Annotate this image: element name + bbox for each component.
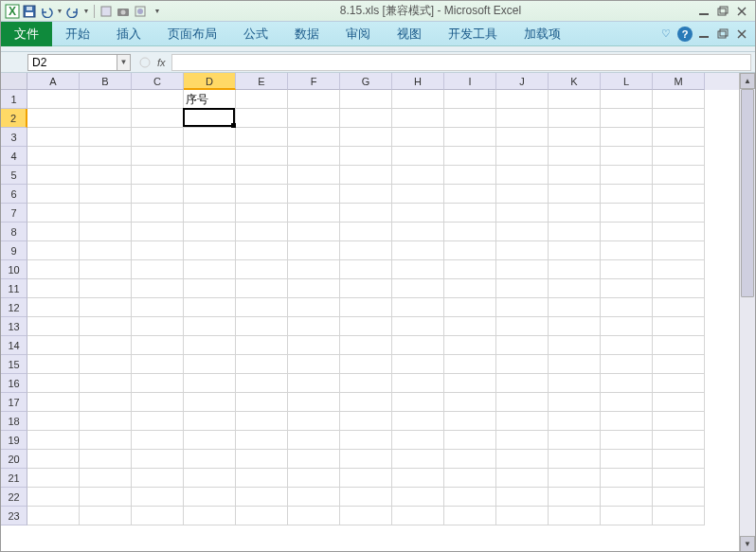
- cell-M11[interactable]: [653, 279, 705, 298]
- cell-G10[interactable]: [340, 260, 392, 279]
- cell-K7[interactable]: [549, 204, 601, 223]
- cell-G17[interactable]: [340, 393, 392, 412]
- cell-E1[interactable]: [236, 90, 288, 109]
- row-header-1[interactable]: 1: [1, 90, 27, 109]
- cell-G16[interactable]: [340, 374, 392, 393]
- restore-icon[interactable]: [715, 4, 730, 19]
- cell-H4[interactable]: [392, 147, 444, 166]
- cell-B12[interactable]: [80, 298, 132, 317]
- cell-F19[interactable]: [288, 431, 340, 450]
- cell-H23[interactable]: [392, 507, 444, 525]
- cell-H10[interactable]: [392, 260, 444, 279]
- cell-M18[interactable]: [653, 412, 705, 431]
- column-header-F[interactable]: F: [288, 73, 340, 90]
- cell-G23[interactable]: [340, 507, 392, 525]
- cell-F4[interactable]: [288, 147, 340, 166]
- cell-H13[interactable]: [392, 317, 444, 336]
- cell-F2[interactable]: [288, 109, 340, 128]
- cell-C9[interactable]: [132, 241, 184, 260]
- cell-G2[interactable]: [340, 109, 392, 128]
- cell-J17[interactable]: [496, 393, 549, 412]
- cell-A1[interactable]: [27, 90, 80, 109]
- cell-M16[interactable]: [653, 374, 705, 393]
- cell-C4[interactable]: [132, 147, 184, 166]
- cell-E8[interactable]: [236, 223, 288, 241]
- cancel-formula-icon[interactable]: [135, 54, 155, 71]
- column-header-J[interactable]: J: [496, 73, 549, 90]
- cell-D3[interactable]: [184, 128, 236, 147]
- workbook-restore-icon[interactable]: [715, 27, 730, 42]
- column-header-K[interactable]: K: [549, 73, 601, 90]
- cell-G4[interactable]: [340, 147, 392, 166]
- row-header-14[interactable]: 14: [1, 336, 27, 355]
- cell-F8[interactable]: [288, 223, 340, 241]
- cell-F9[interactable]: [288, 241, 340, 260]
- cell-I21[interactable]: [444, 469, 496, 488]
- cell-M6[interactable]: [653, 185, 705, 204]
- cell-F15[interactable]: [288, 355, 340, 374]
- column-header-B[interactable]: B: [80, 73, 132, 90]
- cell-D11[interactable]: [184, 279, 236, 298]
- cell-H1[interactable]: [392, 90, 444, 109]
- cell-L7[interactable]: [601, 204, 653, 223]
- cell-A3[interactable]: [27, 128, 80, 147]
- cell-F16[interactable]: [288, 374, 340, 393]
- cell-G3[interactable]: [340, 128, 392, 147]
- cell-H21[interactable]: [392, 469, 444, 488]
- cell-D20[interactable]: [184, 450, 236, 469]
- cell-M8[interactable]: [653, 223, 705, 241]
- cell-E20[interactable]: [236, 450, 288, 469]
- cell-K12[interactable]: [549, 298, 601, 317]
- cell-C12[interactable]: [132, 298, 184, 317]
- scroll-up-icon[interactable]: ▲: [740, 73, 755, 89]
- row-header-15[interactable]: 15: [1, 355, 27, 374]
- cell-J12[interactable]: [496, 298, 549, 317]
- cell-G21[interactable]: [340, 469, 392, 488]
- cell-F11[interactable]: [288, 279, 340, 298]
- cell-A23[interactable]: [27, 507, 80, 525]
- cell-M15[interactable]: [653, 355, 705, 374]
- cell-G22[interactable]: [340, 488, 392, 507]
- cell-K6[interactable]: [549, 185, 601, 204]
- cell-L18[interactable]: [601, 412, 653, 431]
- select-all-button[interactable]: [1, 73, 27, 90]
- row-header-12[interactable]: 12: [1, 298, 27, 317]
- cell-E13[interactable]: [236, 317, 288, 336]
- cell-D16[interactable]: [184, 374, 236, 393]
- cell-H11[interactable]: [392, 279, 444, 298]
- tab-pagelayout[interactable]: 页面布局: [154, 22, 230, 46]
- cell-K21[interactable]: [549, 469, 601, 488]
- name-box[interactable]: D2: [27, 54, 117, 71]
- cell-E18[interactable]: [236, 412, 288, 431]
- cell-B16[interactable]: [80, 374, 132, 393]
- cell-F12[interactable]: [288, 298, 340, 317]
- cell-A19[interactable]: [27, 431, 80, 450]
- column-header-E[interactable]: E: [236, 73, 288, 90]
- cell-H22[interactable]: [392, 488, 444, 507]
- cell-D21[interactable]: [184, 469, 236, 488]
- cell-F7[interactable]: [288, 204, 340, 223]
- cell-G14[interactable]: [340, 336, 392, 355]
- cell-H9[interactable]: [392, 241, 444, 260]
- cell-K23[interactable]: [549, 507, 601, 525]
- row-header-23[interactable]: 23: [1, 507, 27, 525]
- tab-view[interactable]: 视图: [384, 22, 435, 46]
- cell-F23[interactable]: [288, 507, 340, 525]
- column-header-A[interactable]: A: [27, 73, 80, 90]
- cell-J13[interactable]: [496, 317, 549, 336]
- cell-I6[interactable]: [444, 185, 496, 204]
- cell-C21[interactable]: [132, 469, 184, 488]
- cell-F3[interactable]: [288, 128, 340, 147]
- formula-input[interactable]: [171, 54, 751, 71]
- cell-H15[interactable]: [392, 355, 444, 374]
- cell-I7[interactable]: [444, 204, 496, 223]
- cell-G8[interactable]: [340, 223, 392, 241]
- cell-A8[interactable]: [27, 223, 80, 241]
- undo-dropdown-icon[interactable]: ▼: [56, 4, 63, 19]
- cell-D19[interactable]: [184, 431, 236, 450]
- cell-H14[interactable]: [392, 336, 444, 355]
- cell-F22[interactable]: [288, 488, 340, 507]
- cell-C11[interactable]: [132, 279, 184, 298]
- cell-A17[interactable]: [27, 393, 80, 412]
- tab-insert[interactable]: 插入: [103, 22, 154, 46]
